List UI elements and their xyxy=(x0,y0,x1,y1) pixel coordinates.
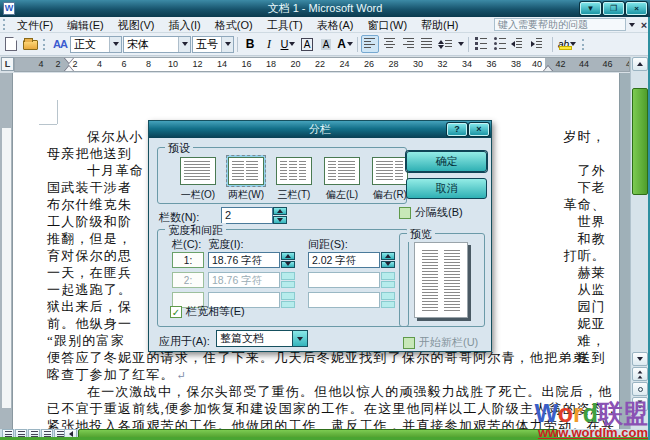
previous-page-button[interactable] xyxy=(632,367,648,381)
dialog-close-button[interactable]: × xyxy=(469,123,489,136)
apply-to-value: 整篇文档 xyxy=(217,331,292,346)
first-line-indent-marker[interactable] xyxy=(64,57,74,63)
checkbox-icon[interactable]: ✓ xyxy=(170,306,182,318)
dialog-help-button[interactable]: ? xyxy=(447,123,467,136)
menu-bar: 文件(F)编辑(E)视图(V)插入(I)格式(O)工具(T)表格(A)窗口(W)… xyxy=(0,17,650,33)
font-combo[interactable]: 宋体 xyxy=(123,36,191,53)
menu-item-2[interactable]: 视图(V) xyxy=(111,17,162,33)
columns-count-spinner[interactable] xyxy=(273,207,287,224)
align-left-button[interactable] xyxy=(361,35,379,53)
column-3-spacing-spinner xyxy=(381,292,395,308)
select-browse-object-button[interactable] xyxy=(632,382,648,396)
font-size-combo[interactable]: 五号 xyxy=(192,36,234,53)
menu-item-1[interactable]: 编辑(E) xyxy=(60,17,111,33)
menu-item-5[interactable]: 工具(T) xyxy=(260,17,310,33)
vertical-ruler[interactable] xyxy=(0,73,13,429)
vertical-scroll-thumb[interactable] xyxy=(632,88,648,195)
right-indent-marker[interactable] xyxy=(543,66,553,72)
ruler-number: 2 xyxy=(55,59,60,69)
ruler-number: 44 xyxy=(579,59,589,69)
menu-items: 文件(F)编辑(E)视图(V)插入(I)格式(O)工具(T)表格(A)窗口(W)… xyxy=(10,17,465,33)
bold-button[interactable]: B xyxy=(241,35,259,53)
highlight-button[interactable]: ab xyxy=(556,35,578,53)
column-2-width-spinner xyxy=(281,272,295,288)
columns-count-input[interactable]: 2 xyxy=(221,207,273,224)
menu-item-7[interactable]: 窗口(W) xyxy=(360,17,414,33)
ruler-number: 38 xyxy=(511,59,521,69)
menu-item-8[interactable]: 帮助(H) xyxy=(414,17,465,33)
bullets-button[interactable] xyxy=(491,35,509,53)
character-shading-button-glyph: A xyxy=(321,39,332,50)
checkbox-icon[interactable] xyxy=(399,207,411,219)
preset-left2[interactable]: 偏左(L) xyxy=(320,157,364,202)
column-1-spacing-spinner[interactable] xyxy=(381,252,395,268)
ruler-number: 14 xyxy=(217,59,227,69)
open-button[interactable] xyxy=(21,35,39,53)
text-line-left: 布尔什维克朱 xyxy=(47,197,132,212)
horizontal-ruler[interactable]: 4224681012141618202224262830323436384042… xyxy=(14,57,630,72)
increase-indent-button[interactable] xyxy=(530,35,549,53)
text-line-left: 喀查丁参加了红军。 xyxy=(47,367,175,382)
preset-label: 一栏(O) xyxy=(176,188,220,202)
styles-and-formatting-button[interactable]: AA xyxy=(51,35,69,53)
decrease-indent-button[interactable] xyxy=(510,35,529,53)
restore-button[interactable]: ❐ xyxy=(603,2,624,15)
ruler-number: 26 xyxy=(364,59,374,69)
close-button[interactable]: × xyxy=(626,2,647,15)
text-line-right: 下老 xyxy=(578,179,606,196)
vertical-scrollbar[interactable] xyxy=(630,57,648,429)
new-document-button[interactable] xyxy=(2,35,20,53)
distribute-button[interactable] xyxy=(418,35,436,53)
dropdown-arrow-icon[interactable] xyxy=(292,331,307,346)
menu-item-6[interactable]: 表格(A) xyxy=(310,17,361,33)
character-shading-button[interactable]: A xyxy=(317,35,335,53)
help-question-box[interactable]: 键入需要帮助的问题 xyxy=(494,18,626,31)
column-3-width-spinner xyxy=(281,292,295,308)
hanging-indent-marker[interactable] xyxy=(64,66,74,72)
preset-label: 偏左(L) xyxy=(320,188,364,202)
character-scale-button[interactable]: A xyxy=(336,35,354,53)
equal-width-checkbox[interactable]: ✓ 栏宽相等(E) xyxy=(170,304,245,319)
line-between-checkbox[interactable]: 分隔线(B) xyxy=(399,205,463,220)
combo-arrow-icon[interactable] xyxy=(178,37,190,52)
text-line-left: “跟别的富家 xyxy=(47,333,125,348)
toolbar: AA正文宋体五号BIUAAAab xyxy=(0,33,650,56)
ruler-number: 12 xyxy=(192,59,202,69)
align-right-button[interactable] xyxy=(399,35,417,53)
minimize-button[interactable]: ▼ xyxy=(580,2,601,15)
title-controls: ▼❐× xyxy=(580,2,647,15)
menu-item-0[interactable]: 文件(F) xyxy=(10,17,60,33)
font-size-combo-value: 五号 xyxy=(196,37,219,52)
open-folder-icon xyxy=(23,40,38,50)
scroll-up-button[interactable] xyxy=(632,57,648,71)
style-combo[interactable]: 正文 xyxy=(70,36,122,53)
cancel-button[interactable]: 取消 xyxy=(406,178,487,199)
underline-button[interactable]: U xyxy=(279,35,297,53)
ok-button[interactable]: 确定 xyxy=(406,151,487,172)
preset-three[interactable]: 三栏(T) xyxy=(272,157,316,202)
column-1-width-spinner[interactable] xyxy=(281,252,295,268)
preset-one[interactable]: 一栏(O) xyxy=(176,157,220,202)
help-dropdown-icon[interactable] xyxy=(626,23,638,27)
ruler-number: 46 xyxy=(602,59,612,69)
numbering-button[interactable] xyxy=(472,35,490,53)
italic-button[interactable]: I xyxy=(260,35,278,53)
combo-arrow-icon[interactable] xyxy=(109,37,121,52)
align-center-button[interactable] xyxy=(380,35,398,53)
apply-to-dropdown[interactable]: 整篇文档 xyxy=(216,330,308,347)
column-2-spacing-input xyxy=(308,272,380,288)
menu-item-3[interactable]: 插入(I) xyxy=(161,17,207,33)
preset-two[interactable]: 两栏(W) xyxy=(224,157,268,202)
menu-item-4[interactable]: 格式(O) xyxy=(208,17,260,33)
character-border-button[interactable]: A xyxy=(298,35,316,53)
font-combo-value: 宋体 xyxy=(127,37,176,52)
ruler-number: 30 xyxy=(413,59,423,69)
column-1-width-input[interactable]: 18.76 字符 xyxy=(208,252,280,268)
text-line-left: 狱出来后，保 xyxy=(47,299,132,314)
column-1-spacing-input[interactable]: 2.02 字符 xyxy=(308,252,380,268)
tab-selector[interactable]: L xyxy=(1,57,14,71)
combo-arrow-icon[interactable] xyxy=(221,37,233,52)
line-spacing-button[interactable] xyxy=(437,35,465,53)
styles-and-formatting-button-glyph: AA xyxy=(53,38,67,50)
scroll-down-button[interactable] xyxy=(632,352,648,366)
